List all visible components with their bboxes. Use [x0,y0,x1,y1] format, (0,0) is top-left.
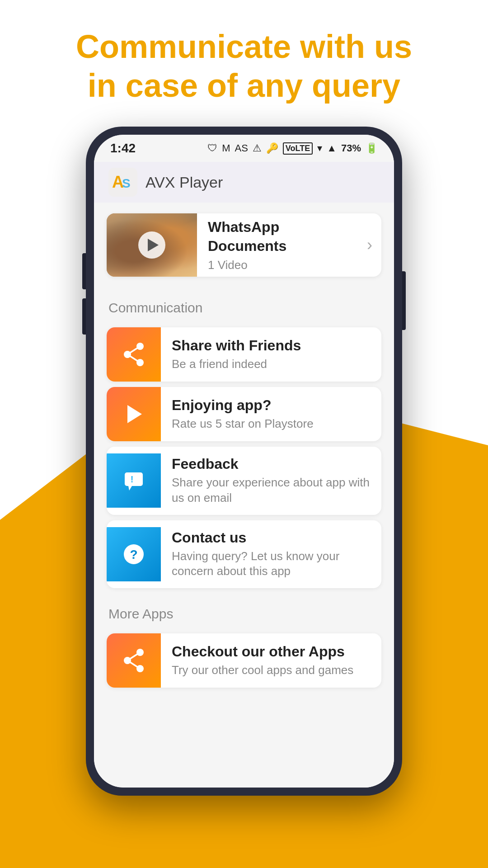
play-button[interactable] [138,231,165,259]
contact-us-subtitle: Having query? Let us know your concern a… [172,549,371,580]
status-icons: 🛡 M AS ⚠ 🔑 VoLTE ▾ ▲ 73% 🔋 [207,142,378,155]
svg-line-6 [127,346,140,354]
feedback-icon: ! [107,453,161,508]
battery-icon: 🔋 [366,142,378,154]
contact-us-text: Contact us Having query? Let us know you… [161,520,381,589]
share-friends-icon [107,327,161,382]
svg-rect-9 [125,472,143,486]
checkout-icon [107,633,161,688]
battery-text: 73% [341,142,361,154]
signal-icon: ▲ [327,142,337,154]
contact-us-title: Contact us [172,529,371,546]
list-item-enjoying-app[interactable]: Enjoying app? Rate us 5 star on Playstor… [107,387,381,441]
video-count: 1 Video [208,258,356,272]
playstore-icon [107,387,161,441]
svg-marker-8 [127,405,142,423]
volume-up-button [82,253,86,289]
share-friends-text: Share with Friends Be a friend indeed [161,328,381,381]
svg-text:!: ! [131,474,134,484]
app-logo-icon: A S [108,168,137,197]
phone-frame: 1:42 🛡 M AS ⚠ 🔑 VoLTE ▾ ▲ 73% 🔋 A S [86,127,402,796]
enjoying-app-subtitle: Rate us 5 star on Playstore [172,416,371,432]
video-arrow-icon[interactable]: › [367,236,381,255]
video-info: WhatsApp Documents 1 Video [197,218,367,272]
alert-icon: ⚠ [253,142,262,154]
contact-icon: ? [107,527,161,581]
as-icon: AS [235,142,248,154]
playstore-triangle-icon [121,401,146,427]
share-friends-title: Share with Friends [172,337,371,354]
page-header: Communicate with us in case of any query [0,27,488,105]
section-label-communication: Communication [94,288,394,322]
list-item-share-friends[interactable]: Share with Friends Be a friend indeed [107,327,381,382]
volte-icon: VoLTE [283,142,313,155]
phone-screen: 1:42 🛡 M AS ⚠ 🔑 VoLTE ▾ ▲ 73% 🔋 A S [94,135,394,788]
section-label-more-apps: More Apps [94,594,394,628]
list-item-contact-us[interactable]: ? Contact us Having query? Let us know y… [107,520,381,589]
enjoying-app-title: Enjoying app? [172,397,371,414]
key-icon: 🔑 [266,142,278,154]
video-card[interactable]: WhatsApp Documents 1 Video › [107,213,381,277]
feedback-title: Feedback [172,456,371,472]
play-triangle-icon [148,239,159,251]
svg-line-17 [127,652,140,660]
power-button [402,271,406,330]
svg-text:S: S [122,176,131,190]
checkout-apps-text: Checkout our other Apps Try our other co… [161,634,381,687]
list-item-feedback[interactable]: ! Feedback Share your experience about a… [107,447,381,515]
checkout-apps-title: Checkout our other Apps [172,643,371,660]
contact-question-icon: ? [121,542,146,567]
wifi-icon: ▾ [317,142,322,154]
feedback-text: Feedback Share your experience about app… [161,447,381,515]
checkout-share-icon [121,648,146,673]
checkout-apps-subtitle: Try our other cool apps and games [172,663,371,678]
status-bar: 1:42 🛡 M AS ⚠ 🔑 VoLTE ▾ ▲ 73% 🔋 [94,135,394,162]
feedback-chat-icon: ! [121,468,146,493]
share-friends-subtitle: Be a friend indeed [172,357,371,372]
svg-text:?: ? [130,547,137,561]
enjoying-app-text: Enjoying app? Rate us 5 star on Playstor… [161,388,381,441]
app-title: AVX Player [145,174,223,191]
header-line1: Communicate with us in case of any query [0,27,488,105]
feedback-subtitle: Share your experience about app with us … [172,475,371,506]
video-title: WhatsApp Documents [208,218,356,255]
status-time: 1:42 [110,141,136,156]
svg-marker-10 [128,486,132,491]
share-icon [121,342,146,367]
protect-icon: 🛡 [207,142,217,154]
volume-down-button [82,298,86,335]
svg-line-7 [127,354,140,363]
content-area[interactable]: WhatsApp Documents 1 Video › Communicati… [94,203,394,788]
svg-line-18 [127,660,140,669]
list-item-checkout-apps[interactable]: Checkout our other Apps Try our other co… [107,633,381,688]
video-thumbnail [107,213,197,277]
mail-icon: M [222,142,230,154]
app-header: A S AVX Player [94,162,394,203]
